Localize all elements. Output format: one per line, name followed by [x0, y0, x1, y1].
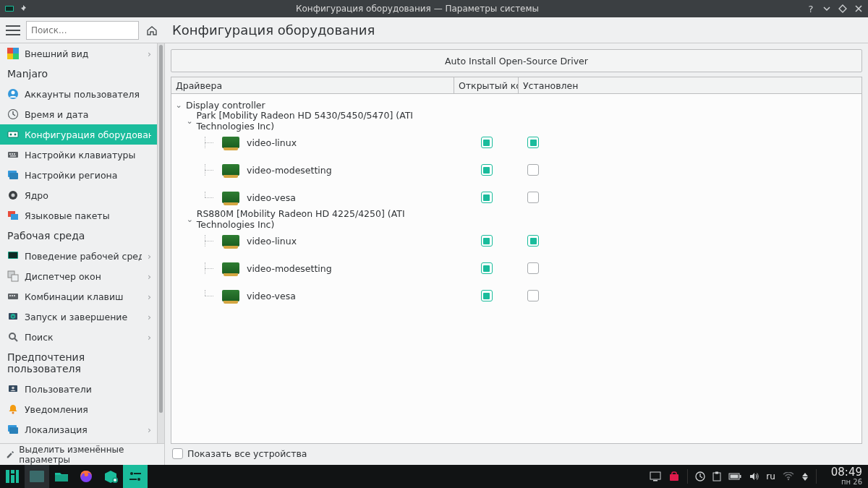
checkbox — [481, 192, 493, 203]
svg-rect-5 — [13, 53, 19, 59]
svg-rect-56 — [129, 479, 137, 480]
app-icon — [4, 4, 14, 14]
home-button[interactable] — [143, 22, 161, 39]
driver-name: video-modesetting — [247, 165, 332, 176]
close-icon[interactable] — [854, 4, 864, 14]
tree-root-label: Display controller — [186, 100, 265, 111]
help-icon[interactable]: ? — [806, 4, 816, 14]
tree-guide — [200, 192, 216, 203]
sidebar-item[interactable]: Ядро — [0, 185, 157, 205]
gpu-card-icon — [222, 290, 239, 301]
tray-display-icon[interactable] — [650, 471, 661, 481]
tray-expand-icon[interactable] — [801, 472, 809, 481]
sidebar-item[interactable]: Время и дата — [0, 104, 157, 124]
expander-icon[interactable]: ⌄ — [174, 100, 183, 110]
search-input[interactable] — [26, 21, 139, 40]
expander-icon[interactable]: ⌄ — [186, 215, 194, 224]
task-firefox[interactable] — [74, 465, 98, 488]
sidebar-item[interactable]: Локализация› — [0, 419, 157, 440]
svg-rect-48 — [16, 470, 19, 483]
tree-guide — [200, 262, 216, 274]
sidebar-item[interactable]: Диспетчер окон› — [0, 266, 157, 286]
tray-updates-icon[interactable] — [695, 471, 705, 481]
sidebar-item-label: Диспетчер окон — [25, 271, 142, 282]
sidebar-item[interactable]: Аккаунты пользователя — [0, 84, 157, 104]
sidebar-item-label: Аккаунты пользователя — [25, 89, 151, 100]
driver-row[interactable]: video-modesetting — [171, 156, 861, 184]
sidebar-section-header: Предпочтения пользователя — [0, 347, 157, 379]
sidebar-item[interactable]: Комбинации клавиш› — [0, 286, 157, 307]
page-title: Конфигурация оборудования — [165, 22, 375, 38]
sidebar-item[interactable]: Запуск и завершение› — [0, 307, 157, 327]
tray-clipboard-icon[interactable] — [712, 471, 721, 481]
sidebar-section-header: Manjaro — [0, 64, 157, 84]
tray-lock-icon[interactable] — [668, 471, 680, 481]
driver-row[interactable]: video-linux — [171, 129, 861, 156]
chevron-right-icon: › — [148, 48, 151, 59]
taskbar: ru 08:49 пн 26 — [0, 465, 868, 488]
svg-rect-63 — [715, 472, 718, 474]
sidebar-item[interactable]: Настройки клавиатуры — [0, 145, 157, 165]
svg-rect-60 — [672, 472, 676, 476]
column-drivers[interactable]: Драйвера — [171, 77, 454, 93]
sidebar-item-label: Локализация — [25, 424, 142, 435]
show-all-label: Показать все устройства — [187, 448, 307, 459]
sidebar-item[interactable]: Поведение рабочей среды› — [0, 246, 157, 266]
app-toolbar: Конфигурация оборудования — [0, 17, 868, 43]
driver-row[interactable]: video-vesa — [171, 184, 861, 211]
sidebar-item-label: Время и дата — [25, 109, 151, 120]
svg-rect-57 — [650, 472, 660, 479]
gpu-card-icon — [222, 192, 239, 203]
sidebar-item[interactable]: Конфигурация оборудования — [0, 124, 157, 145]
checkbox — [527, 235, 539, 247]
checkbox — [527, 262, 539, 274]
pin-icon[interactable] — [19, 4, 29, 14]
gpu-card-icon — [222, 235, 239, 247]
task-desktop[interactable] — [25, 465, 49, 488]
driver-name: video-modesetting — [247, 263, 332, 274]
auto-install-button[interactable]: Auto Install Open-Source Driver — [171, 49, 862, 72]
expander-icon[interactable]: ⌄ — [186, 116, 193, 126]
show-all-checkbox[interactable] — [172, 448, 183, 459]
task-settings[interactable] — [123, 465, 148, 488]
maximize-icon[interactable] — [838, 4, 848, 14]
task-files[interactable] — [49, 465, 74, 488]
sidebar: Внешний вид›ManjaroАккаунты пользователя… — [0, 43, 165, 465]
svg-point-35 — [9, 333, 15, 339]
sidebar-item-label: Настройки клавиатуры — [25, 150, 151, 160]
table-header: Драйвера Открытый код Установлен — [171, 77, 862, 94]
sidebar-item[interactable]: Пользователи — [0, 379, 157, 399]
sidebar-item[interactable]: Поиск› — [0, 327, 157, 347]
start-menu[interactable] — [0, 465, 25, 488]
task-pamac[interactable] — [98, 465, 123, 488]
sidebar-item[interactable]: Внешний вид› — [0, 43, 157, 64]
svg-rect-1 — [6, 7, 13, 11]
checkbox — [481, 262, 493, 274]
svg-rect-3 — [13, 48, 19, 53]
tray-volume-icon[interactable] — [749, 471, 759, 481]
tray-battery-icon[interactable] — [728, 472, 741, 481]
menu-button[interactable] — [4, 22, 22, 39]
driver-row[interactable]: video-modesetting — [171, 254, 861, 282]
sidebar-item[interactable]: Приложения› — [0, 440, 157, 443]
sidebar-item[interactable]: Настройки региона — [0, 165, 157, 185]
sidebar-scrollbar[interactable] — [157, 43, 164, 443]
checkbox — [527, 290, 539, 301]
svg-rect-46 — [11, 470, 14, 474]
svg-rect-40 — [9, 427, 18, 434]
driver-row[interactable]: video-vesa — [171, 282, 861, 309]
column-open-source[interactable]: Открытый код — [454, 77, 519, 93]
minimize-icon[interactable] — [822, 4, 832, 14]
sidebar-item[interactable]: Уведомления — [0, 399, 157, 419]
tray-keyboard-layout[interactable]: ru — [766, 471, 775, 481]
column-installed[interactable]: Установлен — [519, 77, 861, 93]
checkbox — [527, 192, 539, 203]
tray-network-icon[interactable] — [783, 472, 794, 481]
tree-guide — [200, 137, 216, 148]
gpu-card-icon — [222, 164, 239, 176]
driver-row[interactable]: video-linux — [171, 227, 861, 254]
svg-rect-15 — [12, 153, 13, 155]
clock[interactable]: 08:49 пн 26 — [824, 467, 862, 486]
sidebar-item[interactable]: Языковые пакеты — [0, 205, 157, 226]
highlight-changed-button[interactable]: Выделить изменённые параметры — [0, 443, 164, 465]
